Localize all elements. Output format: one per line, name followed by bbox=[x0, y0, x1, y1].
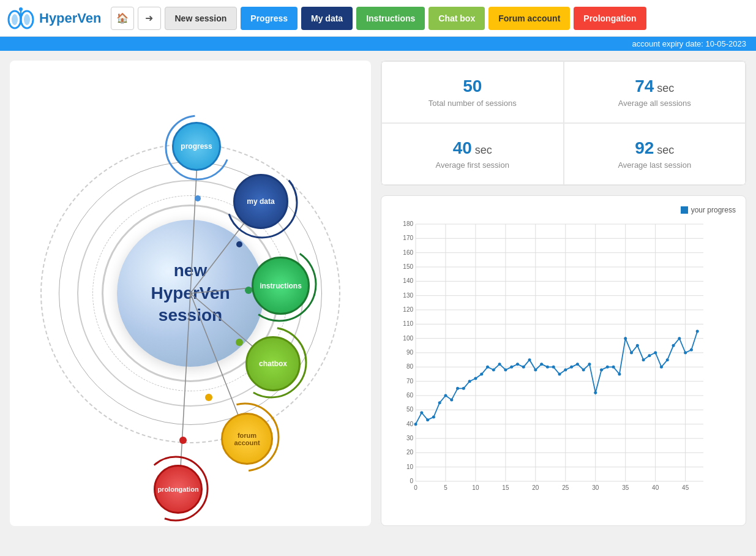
forum-ring-svg bbox=[207, 399, 283, 476]
instructions-ring-svg bbox=[238, 243, 321, 326]
stat-avg-all: 74 sec Average all sessions bbox=[564, 61, 746, 123]
svg-point-7 bbox=[195, 195, 201, 201]
logo: HyperVen bbox=[6, 6, 102, 31]
chart-legend: your progress bbox=[391, 206, 736, 214]
svg-point-18 bbox=[166, 116, 230, 179]
account-bar: account expiry date: 10-05-2023 bbox=[0, 37, 756, 51]
chatbox-ring-svg bbox=[231, 323, 311, 402]
legend-color-box bbox=[681, 206, 688, 214]
account-expiry-text: account expiry date: 10-05-2023 bbox=[632, 39, 746, 48]
prolongation-button[interactable]: Prolongation bbox=[574, 7, 646, 30]
svg-point-5 bbox=[19, 7, 23, 11]
home-icon: 🏠 bbox=[116, 12, 129, 24]
instructions-button[interactable]: Instructions bbox=[356, 7, 425, 30]
stat-avg-last-value: 92 sec bbox=[577, 138, 733, 158]
stat-avg-first-value: 40 sec bbox=[394, 138, 551, 158]
chatbox-button[interactable]: Chat box bbox=[429, 7, 485, 30]
svg-point-2 bbox=[12, 14, 18, 25]
diagram-container: new HyperVen session progress my data bbox=[19, 79, 362, 508]
svg-point-17 bbox=[179, 437, 187, 444]
svg-point-19 bbox=[227, 168, 297, 238]
stats-box: 50 Total number of sessions 74 sec Avera… bbox=[381, 61, 746, 186]
chart-box: your progress bbox=[381, 195, 746, 526]
stat-avg-all-value: 74 sec bbox=[577, 77, 733, 96]
stat-avg-all-label: Average all sessions bbox=[577, 99, 733, 108]
stat-avg-last: 92 sec Average last session bbox=[564, 123, 746, 185]
navbar: HyperVen 🏠 ➜ New session Progress My dat… bbox=[0, 0, 756, 37]
stat-total-sessions-value: 50 bbox=[394, 77, 551, 96]
main-content: new HyperVen session progress my data bbox=[0, 51, 756, 536]
logo-icon bbox=[6, 6, 36, 31]
stat-total-sessions-label: Total number of sessions bbox=[394, 99, 551, 108]
forward-icon: ➜ bbox=[145, 12, 153, 24]
forward-button[interactable]: ➜ bbox=[138, 7, 161, 30]
chart-area bbox=[391, 218, 736, 506]
new-session-button[interactable]: New session bbox=[165, 7, 238, 30]
home-button[interactable]: 🏠 bbox=[111, 7, 134, 30]
stat-total-sessions: 50 Total number of sessions bbox=[381, 61, 564, 123]
right-panel: 50 Total number of sessions 74 sec Avera… bbox=[381, 61, 746, 526]
legend-label: your progress bbox=[691, 206, 736, 214]
mydata-ring-svg bbox=[222, 163, 302, 242]
stat-avg-last-label: Average last session bbox=[577, 160, 733, 170]
svg-point-23 bbox=[144, 457, 208, 520]
svg-point-20 bbox=[242, 247, 316, 321]
progress-button[interactable]: Progress bbox=[241, 7, 298, 30]
my-data-button[interactable]: My data bbox=[301, 7, 353, 30]
prolongation-ring-svg bbox=[140, 453, 212, 525]
svg-point-21 bbox=[236, 328, 306, 397]
svg-point-3 bbox=[24, 14, 30, 25]
progress-chart-canvas bbox=[391, 218, 716, 500]
left-panel: new HyperVen session progress my data bbox=[10, 61, 371, 526]
logo-text: HyperVen bbox=[39, 10, 102, 26]
stat-avg-first: 40 sec Average first session bbox=[381, 123, 564, 185]
forum-button[interactable]: Forum account bbox=[488, 7, 570, 30]
stat-avg-first-label: Average first session bbox=[394, 160, 551, 170]
svg-point-22 bbox=[211, 404, 279, 471]
